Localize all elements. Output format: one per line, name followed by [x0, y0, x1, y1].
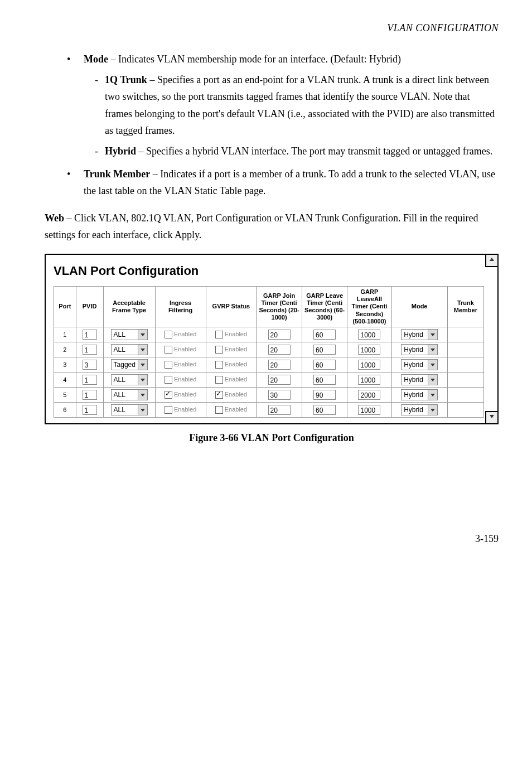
leaveall-input[interactable]: 1000 — [358, 330, 380, 340]
frame-type-select[interactable]: ALL — [111, 344, 148, 355]
cell-leaveall: 2000 — [347, 387, 391, 402]
chevron-down-icon[interactable] — [428, 405, 437, 415]
cell-port: 5 — [54, 387, 76, 402]
table-row: 11ALLEnabledEnabled20601000Hybrid — [54, 327, 484, 342]
ingress-checkbox[interactable] — [165, 361, 172, 369]
gvrp-checkbox[interactable] — [215, 361, 223, 369]
th-pvid: PVID — [76, 286, 103, 327]
cell-frame-type: ALL — [103, 327, 155, 342]
leave-input[interactable]: 60 — [313, 405, 336, 415]
join-input[interactable]: 20 — [268, 330, 291, 340]
svg-marker-10 — [141, 394, 145, 396]
cell-join: 20 — [257, 342, 302, 357]
web-text: – Click VLAN, 802.1Q VLAN, Port Configur… — [45, 212, 478, 241]
mode-select[interactable]: Hybrid — [401, 404, 438, 415]
cell-leave: 60 — [302, 402, 347, 417]
join-input[interactable]: 20 — [268, 405, 291, 415]
chevron-down-icon[interactable] — [428, 375, 437, 385]
ingress-label: Enabled — [174, 361, 196, 367]
pvid-input[interactable]: 1 — [83, 375, 97, 385]
chevron-down-icon[interactable] — [428, 330, 437, 340]
scroll-down-button[interactable] — [485, 411, 497, 423]
mode-select[interactable]: Hybrid — [401, 329, 438, 340]
pvid-input[interactable]: 1 — [83, 330, 97, 340]
cell-gvrp: Enabled — [206, 387, 257, 402]
leaveall-input[interactable]: 1000 — [358, 345, 380, 355]
gvrp-checkbox[interactable] — [215, 391, 223, 399]
cell-leaveall: 1000 — [347, 357, 391, 372]
gvrp-checkbox[interactable] — [215, 376, 223, 384]
cell-join: 20 — [257, 372, 302, 387]
join-input[interactable]: 20 — [268, 375, 291, 385]
cell-ingress: Enabled — [155, 342, 206, 357]
chevron-down-icon[interactable] — [138, 405, 147, 415]
web-prefix: Web — [45, 212, 64, 224]
chevron-down-icon[interactable] — [428, 390, 437, 400]
cell-leaveall: 1000 — [347, 342, 391, 357]
cell-mode: Hybrid — [391, 342, 447, 357]
leaveall-input[interactable]: 1000 — [358, 360, 380, 370]
mode-select[interactable]: Hybrid — [401, 344, 438, 355]
leaveall-input[interactable]: 1000 — [358, 405, 380, 415]
cell-pvid: 3 — [76, 357, 103, 372]
chevron-down-icon[interactable] — [428, 360, 437, 370]
chevron-down-icon[interactable] — [138, 360, 147, 370]
cell-frame-type: ALL — [103, 342, 155, 357]
mode-select[interactable]: Hybrid — [401, 389, 438, 400]
chevron-down-icon[interactable] — [138, 345, 147, 355]
gvrp-checkbox[interactable] — [215, 406, 223, 414]
gvrp-label: Enabled — [225, 406, 247, 413]
svg-marker-3 — [431, 333, 435, 336]
pvid-input[interactable]: 1 — [83, 345, 97, 355]
cell-ingress: Enabled — [155, 327, 206, 342]
term-1qtrunk: 1Q Trunk — [105, 74, 147, 85]
cell-frame-type: ALL — [103, 387, 155, 402]
page-number: 3-159 — [45, 533, 499, 545]
pvid-input[interactable]: 1 — [83, 405, 97, 415]
ingress-checkbox[interactable] — [165, 376, 172, 384]
leaveall-input[interactable]: 2000 — [358, 390, 380, 400]
cell-frame-type: Tagged — [103, 357, 155, 372]
frame-type-select[interactable]: ALL — [111, 389, 148, 400]
pvid-input[interactable]: 1 — [83, 390, 97, 400]
cell-leaveall: 1000 — [347, 372, 391, 387]
svg-marker-4 — [141, 349, 145, 351]
join-input[interactable]: 20 — [268, 360, 291, 370]
chevron-down-icon[interactable] — [138, 375, 147, 385]
figure-caption: Figure 3-66 VLAN Port Configuration — [45, 432, 499, 444]
ingress-checkbox[interactable] — [165, 331, 172, 338]
scroll-up-button[interactable] — [485, 255, 497, 267]
th-port: Port — [54, 286, 76, 327]
svg-marker-12 — [141, 409, 145, 412]
chevron-down-icon[interactable] — [428, 345, 437, 355]
mode-select[interactable]: Hybrid — [401, 359, 438, 370]
frame-type-select[interactable]: ALL — [111, 374, 148, 385]
join-input[interactable]: 20 — [268, 345, 291, 355]
leave-input[interactable]: 60 — [313, 330, 336, 340]
pvid-input[interactable]: 3 — [83, 360, 97, 370]
cell-join: 20 — [257, 357, 302, 372]
cell-leaveall: 1000 — [347, 402, 391, 417]
mode-select[interactable]: Hybrid — [401, 374, 438, 385]
leave-input[interactable]: 90 — [313, 390, 336, 400]
cell-port: 3 — [54, 357, 76, 372]
gvrp-checkbox[interactable] — [215, 331, 223, 338]
gvrp-checkbox[interactable] — [215, 346, 223, 354]
leaveall-input[interactable]: 1000 — [358, 375, 380, 385]
frame-type-select[interactable]: Tagged — [111, 359, 148, 370]
ingress-checkbox[interactable] — [165, 346, 172, 354]
join-input[interactable]: 30 — [268, 390, 291, 400]
ingress-checkbox[interactable] — [165, 391, 172, 399]
frame-type-select[interactable]: ALL — [111, 404, 148, 415]
chevron-down-icon[interactable] — [138, 330, 147, 340]
leave-input[interactable]: 60 — [313, 375, 336, 385]
leave-input[interactable]: 60 — [313, 345, 336, 355]
frame-type-select[interactable]: ALL — [111, 329, 148, 340]
leave-input[interactable]: 60 — [313, 360, 336, 370]
web-paragraph: Web – Click VLAN, 802.1Q VLAN, Port Conf… — [45, 210, 499, 244]
table-row: 51ALLEnabledEnabled30902000Hybrid — [54, 387, 484, 402]
text-hybrid: – Specifies a hybrid VLAN interface. The… — [136, 146, 492, 157]
chevron-down-icon[interactable] — [138, 390, 147, 400]
svg-marker-6 — [141, 364, 145, 366]
ingress-checkbox[interactable] — [165, 406, 172, 414]
